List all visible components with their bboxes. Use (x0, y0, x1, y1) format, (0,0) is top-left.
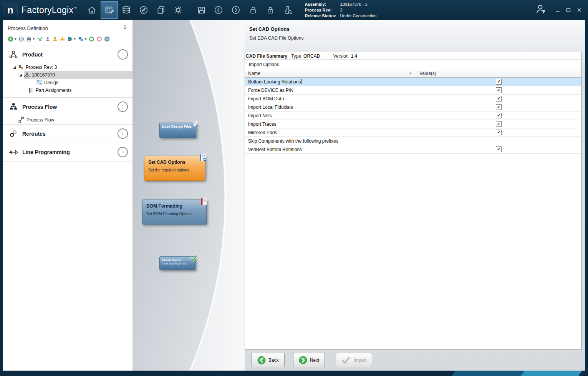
option-name-cell[interactable]: Import Nets (245, 111, 416, 120)
row-checkbox[interactable] (496, 96, 502, 101)
forward-history-button[interactable] (227, 1, 245, 19)
row-checkbox[interactable] (496, 104, 502, 110)
favorites-button[interactable] (60, 36, 65, 42)
table-row[interactable]: VeriBest Bottom Rotations (245, 145, 581, 154)
transfer-button[interactable] (78, 36, 87, 42)
option-name-cell[interactable]: Force DEVICE as P/N (245, 86, 416, 94)
circle-forward-icon (231, 5, 241, 15)
pin-button[interactable] (122, 25, 128, 32)
tree-item-design[interactable]: Design (3, 79, 133, 87)
option-name-cell[interactable]: Import BOM Data (245, 95, 416, 103)
row-checkbox[interactable] (496, 113, 502, 118)
expand-line-programming-button[interactable]: ↓ (118, 147, 128, 157)
unlock-button[interactable] (245, 1, 262, 19)
cad-options-icon (199, 153, 208, 164)
option-name-cell[interactable]: Bottom Looking Rotations (245, 78, 416, 86)
user-logout-icon (535, 3, 547, 15)
table-row[interactable]: Mirrored Pads (245, 128, 581, 137)
process-rev-label: Process Rev: (305, 7, 340, 13)
row-checkbox[interactable] (496, 121, 502, 127)
process-rev-value: 3 (340, 7, 343, 13)
sidebar-section-line-programming[interactable]: Line Programming ↓ (3, 143, 133, 161)
maximize-button[interactable] (566, 7, 571, 13)
expand-reroutes-button[interactable]: ↓ (118, 128, 128, 139)
version-value: 1.4 (351, 53, 357, 59)
save-button[interactable] (193, 1, 210, 19)
process-flow-item[interactable]: Process Flow (3, 116, 133, 124)
table-row[interactable]: Import BOM Data (245, 95, 581, 103)
wizard-buttons: Back Next Import (252, 353, 372, 367)
documents-button[interactable] (152, 1, 170, 19)
reroutes-icon (8, 129, 19, 138)
option-name-cell[interactable]: Import Local Fiducials (245, 103, 416, 111)
lock-button[interactable] (262, 1, 279, 19)
import-options-group-header: Import Options (245, 60, 581, 69)
table-row[interactable]: Import Local Fiducials (245, 103, 581, 111)
back-history-button[interactable] (210, 1, 227, 19)
import-button[interactable]: Import (336, 353, 372, 367)
user-gray-button[interactable] (45, 36, 50, 42)
option-name-cell[interactable]: Import Traces (245, 120, 416, 128)
release-status-value: Under Construction (340, 13, 377, 19)
navigator-button[interactable] (135, 1, 152, 19)
assembly-label: Assembly: (305, 2, 340, 7)
next-button[interactable]: Next (293, 353, 325, 367)
expander-icon[interactable] (19, 74, 22, 77)
collapse-product-button[interactable]: ↑ (118, 49, 128, 60)
minimize-button[interactable] (555, 7, 560, 13)
user-yellow-button[interactable] (52, 36, 58, 42)
line-programming-label: Line Programming (22, 149, 70, 155)
flow-step-bom-formatting[interactable]: BOM Formatting Set BOM Cleaning Options (142, 200, 207, 225)
expander-icon[interactable] (13, 66, 16, 69)
row-checkbox[interactable] (496, 79, 502, 85)
row-checkbox[interactable] (496, 146, 502, 152)
option-name-cell[interactable]: Mirrored Pads (245, 128, 416, 136)
collapse-process-flow-button[interactable]: ↑ (118, 101, 128, 112)
tree-item-part-assignments[interactable]: Part Assignments (3, 87, 133, 94)
sidebar-section-product[interactable]: Product ↑ (3, 45, 133, 63)
column-header-name[interactable]: Name (245, 69, 416, 77)
option-name-cell[interactable]: VeriBest Bottom Rotations (245, 145, 416, 153)
table-row[interactable]: Import Nets (245, 111, 581, 120)
start-ring-icon (89, 36, 94, 42)
minimize-icon (555, 8, 560, 12)
start-button[interactable] (89, 36, 94, 42)
column-header-values[interactable]: Value(s) (416, 69, 581, 77)
process-flow-icon (8, 102, 19, 111)
logout-user-button[interactable] (535, 3, 547, 17)
audit-search-button[interactable] (279, 1, 296, 19)
tree-item-assembly[interactable]: 100167370 (3, 71, 133, 79)
process-definition-button[interactable] (101, 1, 118, 19)
close-button[interactable] (576, 7, 582, 13)
option-name-cell[interactable]: Skip Components with the following prefi… (245, 137, 416, 145)
flow-step-set-cad-options[interactable]: Set CAD Options Set the required options (144, 156, 205, 181)
process-flow-item-label: Process Flow (27, 117, 54, 123)
print-dropdown-caret-icon (33, 38, 35, 40)
sidebar-section-reroutes[interactable]: Reroutes ↓ (3, 125, 133, 143)
sync-button[interactable] (37, 36, 43, 42)
flow-step-load-design-files[interactable]: Load Design Files (159, 123, 196, 138)
settings-button[interactable] (170, 1, 187, 19)
sort-ascending-icon (409, 72, 412, 74)
row-checkbox[interactable] (496, 87, 502, 93)
print-button[interactable] (26, 36, 35, 42)
process-flow-label: Process Flow (22, 104, 57, 110)
flow-step-finish-import[interactable]: Finish Import Finish Importing of Files (159, 256, 195, 270)
assembly-value: 100167370 - 3 (340, 2, 368, 7)
row-checkbox[interactable] (496, 130, 502, 135)
table-row[interactable]: Import Traces (245, 120, 581, 128)
back-button[interactable]: Back (252, 353, 285, 367)
tree-item-process-rev[interactable]: Process Rev: 3 (3, 63, 133, 71)
record-button[interactable] (104, 36, 110, 42)
add-button[interactable] (8, 36, 17, 42)
web-link-button[interactable] (18, 36, 24, 42)
table-row[interactable]: Force DEVICE as P/N (245, 86, 581, 95)
table-row[interactable]: Skip Components with the following prefi… (245, 137, 581, 145)
sidebar-section-process-flow[interactable]: Process Flow ↑ (3, 98, 133, 116)
stop-button[interactable] (96, 36, 102, 42)
home-button[interactable] (83, 1, 101, 19)
flower-icon (60, 36, 65, 42)
export-button[interactable] (67, 36, 76, 42)
table-row[interactable]: Bottom Looking Rotations (245, 78, 581, 86)
materials-button[interactable] (118, 1, 135, 19)
